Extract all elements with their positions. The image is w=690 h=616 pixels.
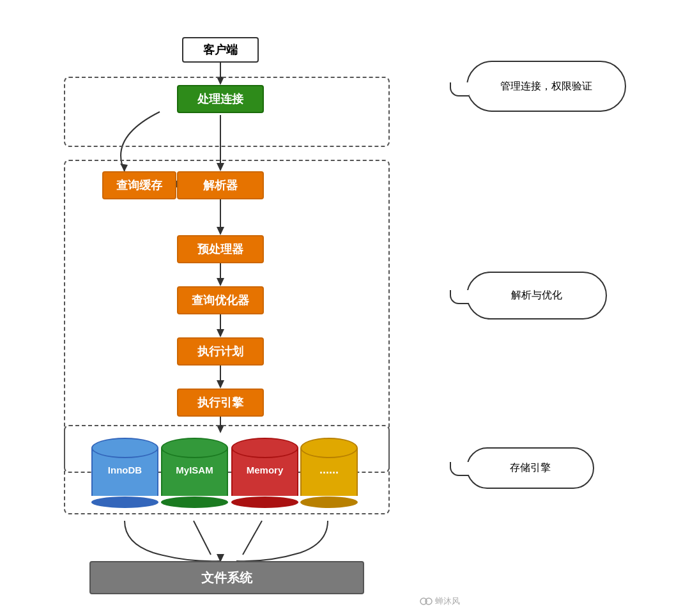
bubbles-area: 管理连接，权限验证 解析与优化 存储引擎 [460, 26, 664, 588]
dots-cylinder: ...... [300, 438, 358, 508]
main-container: 客户端 处理连接 查询缓存 解析器 预处理器 查询优化器 执行计划 执行引擎 [13, 13, 677, 603]
optimizer-box: 查询优化器 [177, 286, 264, 314]
connection-handler-box: 处理连接 [177, 85, 264, 113]
bubble-storage: 存储引擎 [466, 447, 594, 489]
exec-plan-box: 执行计划 [177, 337, 264, 366]
memory-cylinder: Memory [231, 438, 298, 508]
diagram-area: 客户端 处理连接 查询缓存 解析器 预处理器 查询优化器 执行计划 执行引擎 [26, 26, 460, 588]
svg-line-17 [194, 521, 211, 555]
parser-box: 解析器 [177, 171, 264, 199]
client-box: 客户端 [182, 37, 259, 63]
preprocessor-box: 预处理器 [177, 235, 264, 263]
watermark: 蝉沐风 [420, 596, 460, 607]
bubble-connection: 管理连接，权限验证 [466, 61, 626, 112]
exec-engine-box: 执行引擎 [177, 389, 264, 417]
filesys-box: 文件系统 [89, 561, 364, 594]
bubble-analyze: 解析与优化 [466, 272, 607, 320]
query-cache-box: 查询缓存 [102, 171, 176, 199]
innodb-cylinder: InnoDB [91, 438, 158, 508]
svg-line-18 [243, 521, 262, 555]
myisam-cylinder: MyISAM [161, 438, 228, 508]
